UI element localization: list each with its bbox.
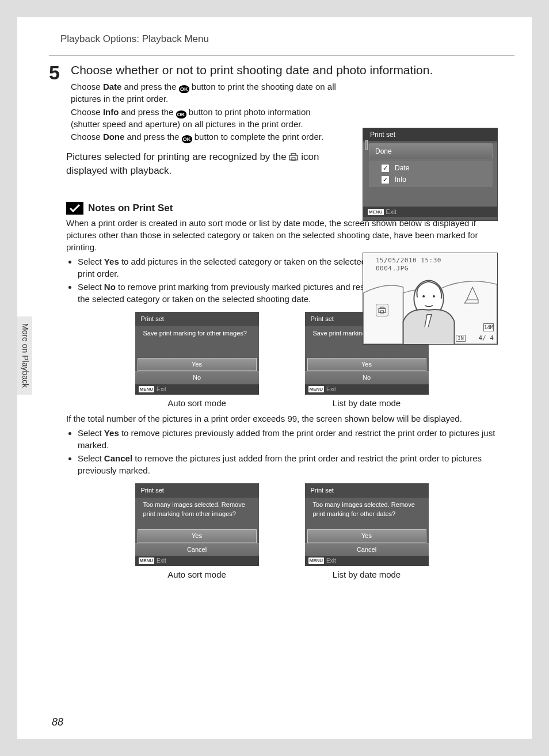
text: Choose — [71, 82, 103, 91]
text: button to complete the print order. — [192, 132, 323, 142]
dialog-caption: List by date mode — [305, 568, 429, 581]
notes-title: Notes on Print Set — [88, 203, 173, 214]
memory-in-badge: IN — [456, 335, 466, 342]
menu-tag: MENU — [308, 558, 325, 564]
page-header: Playback Options: Playback Menu — [17, 17, 532, 51]
menu-item-info[interactable]: ✓ Info — [369, 175, 493, 187]
header-rule — [49, 55, 514, 56]
menu-item-done[interactable]: Done — [369, 143, 493, 159]
text: Choose — [71, 132, 103, 142]
dialog-title: Print set — [135, 483, 259, 498]
exit-label: Exit — [326, 557, 336, 565]
dialog-message: Too many images selected. Remove print m… — [135, 498, 259, 529]
dialog-message: Save print marking for other images? — [135, 326, 259, 357]
step-title: Choose whether or not to print shooting … — [71, 63, 514, 78]
label: Date — [395, 164, 409, 172]
dialog-message: Too many images selected. Remove print m… — [305, 498, 429, 529]
photo-size-badge: 14M — [483, 323, 494, 331]
menu-tag: MENU — [308, 386, 325, 392]
exit-label: Exit — [157, 385, 166, 394]
ok-icon: OK — [176, 110, 186, 119]
photo-datetime: 15/05/2010 15:30 — [376, 257, 441, 264]
dialog-caption: Auto sort mode — [135, 397, 259, 409]
menu-tag: MENU — [139, 558, 155, 564]
dialog-title: Print set — [305, 483, 429, 498]
dialog-option-cancel[interactable]: Cancel — [305, 543, 429, 556]
dialog-listbydate-toomany: Print set Too many images selected. Remo… — [305, 483, 429, 581]
screen-title: Print set — [363, 128, 497, 141]
checkbox-icon: ✓ — [382, 165, 389, 172]
print-order-icon — [376, 304, 388, 316]
camera-screen-printset: Print set Done ✓ Date ✓ Info M — [363, 128, 498, 221]
ok-icon: OK — [179, 85, 189, 93]
scroll-indicator — [365, 140, 368, 150]
dialog-option-yes[interactable]: Yes — [307, 529, 426, 543]
dialog-option-yes[interactable]: Yes — [138, 358, 257, 371]
checkbox-icon: ✓ — [382, 176, 389, 184]
notes-bullet: Select Yes to remove pictures previously… — [78, 427, 497, 451]
menu-tag: MENU — [368, 209, 384, 215]
page: Playback Options: Playback Menu More on … — [17, 17, 532, 739]
menu-tag: MENU — [139, 386, 155, 392]
text: and press the — [121, 82, 178, 91]
photo-filename: 0004.JPG — [376, 265, 409, 272]
dialog-autosort-toomany: Print set Too many images selected. Remo… — [135, 483, 259, 581]
step-number: 5 — [49, 63, 64, 144]
photo-counter: 4/ 4 — [479, 334, 494, 342]
dialog-option-yes[interactable]: Yes — [307, 358, 426, 371]
dialog-title: Print set — [135, 312, 259, 326]
dialog-option-yes[interactable]: Yes — [138, 529, 257, 543]
notes-p1: When a print order is created in auto so… — [66, 217, 497, 253]
camera-screen-playback: 15/05/2010 15:30 0004.JPG 14M IN 4/ 4 — [363, 253, 498, 345]
exit-label: Exit — [326, 385, 336, 394]
done-bold: Done — [103, 132, 125, 142]
text: Pictures selected for printing are recog… — [66, 151, 289, 162]
exit-label: Exit — [157, 557, 166, 565]
dialog-autosort-save: Print set Save print marking for other i… — [135, 312, 259, 409]
info-bold: Info — [103, 107, 119, 117]
dialog-caption: Auto sort mode — [135, 568, 259, 581]
menu-item-date[interactable]: ✓ Date — [369, 161, 493, 175]
date-bold: Date — [103, 82, 122, 91]
after-text: Pictures selected for printing are recog… — [66, 150, 354, 178]
page-number: 88 — [52, 716, 63, 728]
note-badge-icon — [66, 202, 83, 215]
svg-point-5 — [433, 295, 435, 297]
dialog-option-no[interactable]: No — [135, 371, 259, 384]
step-text: Choose Date and press the OK button to p… — [71, 81, 341, 143]
dialog-option-no[interactable]: No — [305, 371, 429, 384]
text: Choose — [71, 107, 103, 117]
dialog-caption: List by date mode — [305, 397, 429, 409]
notes-p2: If the total number of the pictures in a… — [66, 413, 497, 425]
text: and press the — [124, 132, 181, 142]
text: and press the — [119, 107, 176, 117]
ok-icon: OK — [182, 135, 192, 143]
print-order-icon — [289, 153, 298, 161]
dialog-option-cancel[interactable]: Cancel — [135, 543, 259, 556]
svg-point-4 — [422, 295, 425, 297]
label: Info — [395, 175, 406, 184]
notes-bullet: Select Cancel to remove the pictures jus… — [78, 452, 497, 476]
exit-label: Exit — [386, 208, 396, 215]
